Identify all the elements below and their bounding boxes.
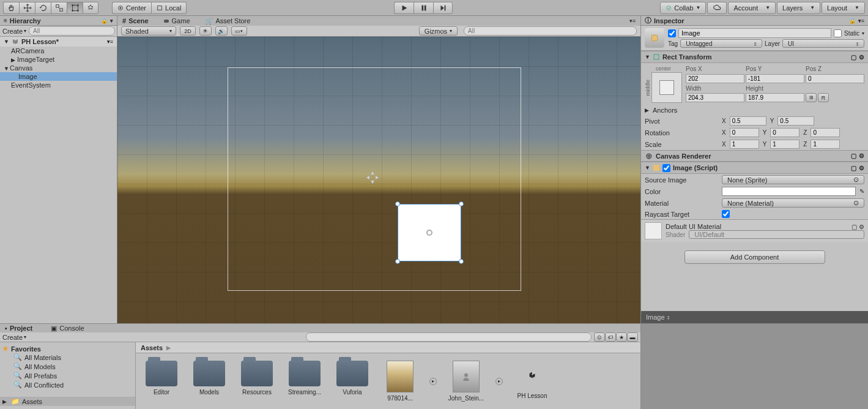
fav-all-prefabs[interactable]: 🔍All Prefabs bbox=[2, 371, 133, 380]
rect-tool[interactable] bbox=[67, 2, 83, 14]
assets-root[interactable]: ▶📁Assets bbox=[0, 397, 135, 406]
asset-file-portrait[interactable]: John_Stein... bbox=[448, 361, 484, 402]
pivot-y-input[interactable] bbox=[777, 116, 814, 126]
scale-y-input[interactable] bbox=[770, 140, 799, 149]
color-field[interactable] bbox=[722, 187, 856, 196]
hierarchy-item-canvas[interactable]: ▼Canvas bbox=[0, 64, 117, 72]
gameobject-icon[interactable] bbox=[645, 28, 664, 48]
raycast-checkbox[interactable] bbox=[722, 210, 730, 218]
pause-button[interactable] bbox=[414, 2, 433, 14]
tab-scene[interactable]: #Scene bbox=[122, 17, 149, 24]
scene-search[interactable] bbox=[464, 26, 637, 36]
mode-2d-toggle[interactable]: 2D bbox=[180, 26, 196, 36]
gear-icon[interactable]: ⚙ bbox=[859, 54, 864, 61]
pos-z-input[interactable] bbox=[806, 74, 864, 83]
image-component-header[interactable]: ▼Image (Script)▢⚙ bbox=[641, 162, 868, 174]
shader-dropdown[interactable]: UI/Default bbox=[689, 230, 864, 239]
hierarchy-search[interactable] bbox=[29, 26, 115, 36]
source-image-field[interactable]: None (Sprite)⊙ bbox=[722, 175, 864, 184]
static-checkbox[interactable] bbox=[834, 29, 842, 37]
resize-handle-ne[interactable] bbox=[459, 201, 464, 206]
width-input[interactable] bbox=[686, 93, 744, 102]
height-input[interactable] bbox=[746, 93, 804, 102]
active-checkbox[interactable] bbox=[668, 29, 676, 37]
layers-dropdown[interactable]: Layers▼ bbox=[777, 2, 820, 14]
help-icon[interactable]: ▢ bbox=[851, 152, 856, 159]
scale-x-input[interactable] bbox=[730, 140, 759, 149]
collab-dropdown[interactable]: Collab▼ bbox=[660, 2, 706, 14]
pivot-mode-button[interactable]: Center bbox=[112, 2, 151, 14]
tab-project[interactable]: ▪Project bbox=[5, 325, 32, 332]
account-dropdown[interactable]: Account▼ bbox=[728, 2, 776, 14]
tab-console[interactable]: ▣Console bbox=[51, 325, 84, 332]
audio-toggle[interactable]: 🔊 bbox=[215, 26, 228, 36]
hierarchy-item-image[interactable]: Image bbox=[0, 72, 117, 81]
material-field[interactable]: None (Material)⊙ bbox=[722, 198, 864, 208]
lock-icon[interactable]: 🔒 bbox=[101, 18, 108, 24]
rot-x-input[interactable] bbox=[730, 128, 759, 137]
layout-dropdown[interactable]: Layout▼ bbox=[822, 2, 865, 14]
add-component-button[interactable]: Add Component bbox=[684, 250, 825, 264]
search-star-icon[interactable]: ★ bbox=[616, 332, 627, 342]
tag-dropdown[interactable]: Untagged‡ bbox=[680, 39, 762, 48]
scene-header[interactable]: ▼PH Lesson*▾≡ bbox=[0, 37, 117, 47]
step-button[interactable] bbox=[433, 2, 453, 14]
selected-image-rect[interactable] bbox=[398, 204, 461, 261]
fav-all-materials[interactable]: 🔍All Materials bbox=[2, 353, 133, 362]
gear-icon[interactable]: ⚙ bbox=[859, 165, 864, 171]
help-icon[interactable]: ▢ bbox=[851, 54, 856, 61]
asset-folder-vuforia[interactable]: Vuforia bbox=[334, 361, 371, 402]
eyedropper-icon[interactable]: ✎ bbox=[859, 188, 864, 195]
layer-dropdown[interactable]: UI‡ bbox=[782, 39, 864, 48]
hierarchy-item-imagetarget[interactable]: ▶ImageTarget bbox=[0, 55, 117, 64]
lock-icon[interactable]: 🔒 bbox=[849, 18, 856, 24]
anchor-preset-button[interactable] bbox=[651, 72, 682, 103]
resize-handle-nw[interactable] bbox=[395, 201, 400, 206]
object-picker-icon[interactable]: ⊙ bbox=[853, 176, 859, 184]
rotate-tool[interactable] bbox=[35, 2, 51, 14]
fav-all-models[interactable]: 🔍All Models bbox=[2, 362, 133, 371]
rect-transform-header[interactable]: ▼Rect Transform▢⚙ bbox=[641, 51, 868, 63]
help-icon[interactable]: ▢ bbox=[851, 223, 857, 230]
rotation-mode-button[interactable]: Local bbox=[151, 2, 187, 14]
scale-z-input[interactable] bbox=[811, 140, 840, 149]
tab-game[interactable]: Game bbox=[163, 17, 190, 25]
resize-handle-sw[interactable] bbox=[395, 259, 400, 264]
pivot-x-input[interactable] bbox=[730, 116, 766, 126]
resize-handle-se[interactable] bbox=[459, 259, 464, 264]
gameobject-name-input[interactable] bbox=[678, 28, 831, 38]
hierarchy-item-arcamera[interactable]: ARCamera bbox=[0, 47, 117, 55]
assets-breadcrumb[interactable]: Assets▶ bbox=[136, 342, 640, 353]
cloud-button[interactable] bbox=[707, 2, 727, 14]
play-button[interactable] bbox=[394, 2, 414, 14]
move-tool[interactable] bbox=[19, 2, 35, 14]
fav-all-conflicted[interactable]: 🔍All Conflicted bbox=[2, 380, 133, 389]
asset-folder-models[interactable]: Models bbox=[191, 361, 228, 402]
asset-folder-resources[interactable]: Resources bbox=[239, 361, 275, 402]
create-menu[interactable]: Create bbox=[2, 334, 23, 341]
anchors-foldout[interactable]: Anchors bbox=[653, 107, 677, 114]
scene-viewport[interactable] bbox=[117, 37, 640, 323]
pos-x-input[interactable] bbox=[686, 74, 744, 83]
preview-header[interactable]: Image‡ bbox=[641, 311, 868, 323]
blueprint-mode[interactable]: ⊞ bbox=[806, 93, 817, 102]
favorites-header[interactable]: ★Favorites bbox=[2, 345, 133, 353]
gear-icon[interactable]: ⚙ bbox=[859, 152, 864, 159]
asset-expand-icon[interactable]: ▸ bbox=[495, 378, 503, 385]
asset-file-scene[interactable]: PH Lesson bbox=[514, 361, 551, 402]
tab-assetstore[interactable]: 🛒Asset Store bbox=[205, 17, 251, 25]
gizmos-dropdown[interactable]: Gizmos▾ bbox=[419, 26, 458, 36]
object-picker-icon[interactable]: ⊙ bbox=[853, 199, 859, 207]
custom-tool[interactable] bbox=[83, 2, 98, 14]
project-search[interactable] bbox=[306, 332, 592, 342]
inspector-tab[interactable]: ⓘInspector🔒▾≡ bbox=[641, 16, 868, 26]
gear-icon[interactable]: ⚙ bbox=[859, 223, 864, 230]
search-filter-icon[interactable]: ⊙ bbox=[594, 332, 605, 342]
fx-dropdown[interactable]: ▭▾ bbox=[231, 26, 247, 36]
asset-folder-streaming[interactable]: Streaming... bbox=[286, 361, 323, 402]
hand-tool[interactable] bbox=[3, 2, 19, 14]
hierarchy-item-eventsystem[interactable]: EventSystem bbox=[0, 81, 117, 89]
hierarchy-tab[interactable]: ≡Hierarchy🔒▾ bbox=[0, 16, 117, 26]
search-label-icon[interactable]: 🏷 bbox=[605, 332, 616, 342]
draw-mode-dropdown[interactable]: Shaded▾ bbox=[121, 26, 176, 36]
